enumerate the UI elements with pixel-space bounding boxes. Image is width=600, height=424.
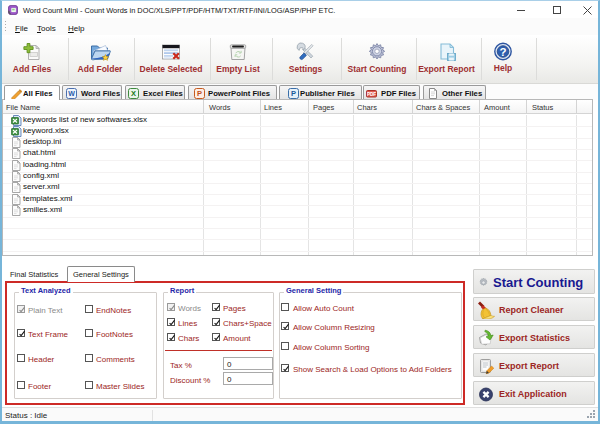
svg-text:PDF: PDF (367, 92, 376, 97)
svg-text:?: ? (499, 46, 506, 58)
svg-text:X: X (131, 89, 136, 98)
svg-text:P: P (291, 89, 296, 98)
svg-text:P: P (197, 89, 202, 98)
svg-text:W: W (68, 90, 75, 97)
